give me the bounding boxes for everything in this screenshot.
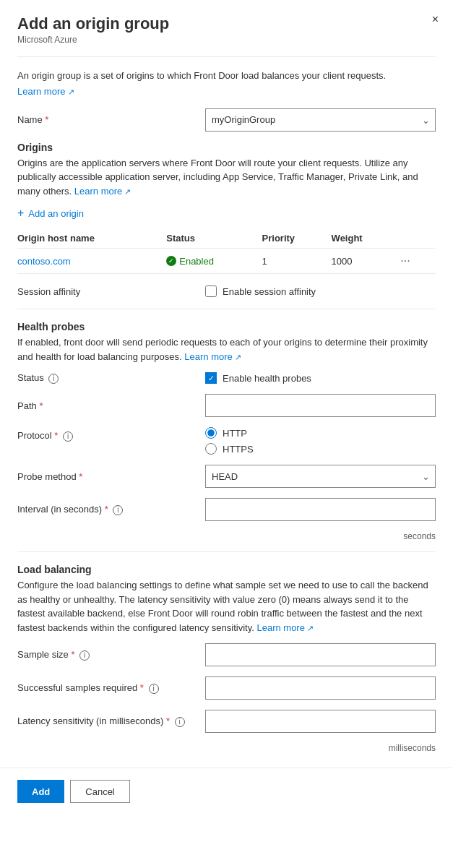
protocol-http-label[interactable]: HTTP: [223, 428, 247, 439]
path-label: Path *: [17, 400, 205, 411]
cancel-button[interactable]: Cancel: [70, 780, 129, 803]
successful-samples-input[interactable]: 3: [205, 676, 436, 700]
col-header-priority: Priority: [262, 228, 332, 249]
enable-health-probes-checkbox[interactable]: ✓: [205, 372, 217, 384]
session-affinity-checkbox[interactable]: [205, 285, 217, 297]
health-probes-desc: If enabled, front door will send periodi…: [17, 335, 436, 364]
name-label: Name *: [17, 114, 205, 125]
protocol-radio-group: HTTP HTTPS: [205, 427, 254, 455]
protocol-label: Protocol * i: [17, 427, 205, 442]
probe-method-label: Probe method *: [17, 471, 205, 482]
col-header-status: Status: [166, 228, 262, 249]
col-header-weight: Weight: [332, 228, 398, 249]
origins-section-title: Origins: [17, 142, 436, 153]
enabled-dot-icon: ✓: [166, 256, 176, 266]
latency-info-icon[interactable]: i: [175, 717, 185, 727]
health-status-label: Status i: [17, 372, 205, 384]
latency-label: Latency sensitivity (in milliseconds) * …: [17, 716, 205, 727]
interval-info-icon[interactable]: i: [113, 505, 123, 515]
protocol-info-icon[interactable]: i: [63, 431, 73, 442]
status-info-icon[interactable]: i: [48, 374, 59, 384]
panel-subtitle: Microsoft Azure: [17, 35, 436, 45]
panel-title: Add an origin group: [17, 14, 436, 33]
priority-cell: 1: [262, 249, 332, 274]
table-row: contoso.com ✓ Enabled 1 1000 ···: [17, 249, 436, 274]
row-ellipsis-button[interactable]: ···: [397, 254, 413, 267]
top-description: An origin group is a set of origins to w…: [17, 69, 436, 83]
probe-method-select-wrapper: HEAD GET ⌄: [205, 465, 436, 488]
session-affinity-checkbox-label[interactable]: Enable session affinity: [223, 286, 316, 297]
latency-input[interactable]: 50: [205, 710, 436, 733]
origins-table: Origin host name Status Priority Weight …: [17, 228, 436, 274]
path-input[interactable]: /: [205, 394, 436, 417]
enable-health-probes-row: ✓ Enable health probes: [205, 372, 311, 384]
protocol-https-label[interactable]: HTTPS: [223, 444, 254, 455]
session-affinity-checkbox-row: Enable session affinity: [205, 285, 316, 297]
sample-size-input[interactable]: 4: [205, 643, 436, 666]
interval-input[interactable]: 100: [205, 498, 436, 521]
origin-host-link[interactable]: contoso.com: [17, 256, 71, 267]
sample-size-info-icon[interactable]: i: [79, 650, 90, 661]
protocol-https-option: HTTPS: [205, 443, 254, 455]
load-balancing-learn-more-link[interactable]: Learn more: [256, 622, 314, 633]
health-probes-title: Health probes: [17, 321, 436, 332]
successful-samples-info-icon[interactable]: i: [149, 684, 159, 694]
name-select[interactable]: myOriginGroup: [205, 108, 436, 132]
name-select-wrapper: myOriginGroup ⌄: [205, 108, 436, 132]
latency-unit-label: milliseconds: [17, 743, 436, 753]
load-balancing-desc: Configure the load balancing settings to…: [17, 578, 436, 635]
footer: Add Cancel: [0, 768, 453, 815]
health-probes-learn-more-link[interactable]: Learn more: [184, 351, 241, 362]
interval-unit-label: seconds: [17, 531, 436, 541]
sample-size-label: Sample size * i: [17, 649, 205, 661]
status-badge: ✓ Enabled: [166, 256, 256, 267]
plus-icon: +: [17, 207, 24, 220]
interval-label: Interval (in seconds) * i: [17, 504, 205, 515]
close-button[interactable]: ×: [432, 13, 439, 26]
load-balancing-title: Load balancing: [17, 564, 436, 575]
session-affinity-label: Session affinity: [17, 286, 205, 297]
probe-method-select[interactable]: HEAD GET: [205, 465, 436, 488]
successful-samples-label: Successful samples required * i: [17, 682, 205, 694]
weight-cell: 1000: [332, 249, 398, 274]
origins-description: Origins are the application servers wher…: [17, 156, 436, 199]
col-header-host: Origin host name: [17, 228, 166, 249]
top-learn-more-link[interactable]: Learn more: [17, 86, 74, 97]
protocol-http-radio[interactable]: [205, 427, 217, 439]
add-origin-button[interactable]: + Add an origin: [17, 207, 84, 220]
protocol-https-radio[interactable]: [205, 443, 217, 455]
add-button[interactable]: Add: [17, 780, 64, 803]
protocol-http-option: HTTP: [205, 427, 254, 439]
origins-learn-more-link[interactable]: Learn more: [74, 186, 131, 197]
enable-health-probes-label: Enable health probes: [223, 373, 311, 384]
